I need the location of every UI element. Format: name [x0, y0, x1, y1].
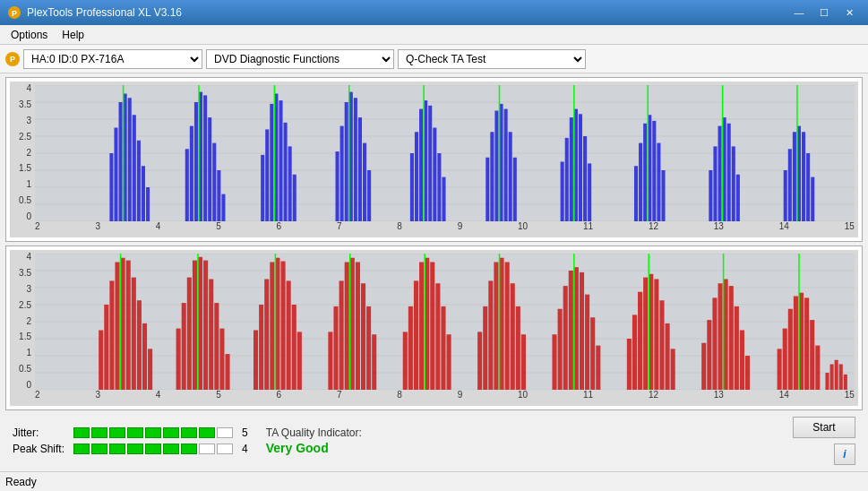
svg-rect-139	[328, 332, 332, 390]
jitter-seg-3	[109, 427, 125, 438]
svg-rect-33	[270, 104, 273, 221]
svg-rect-82	[709, 170, 712, 221]
svg-rect-13	[119, 102, 123, 221]
svg-rect-196	[740, 331, 744, 391]
by-label-15: 1.5	[12, 332, 33, 341]
svg-rect-150	[408, 306, 413, 390]
svg-rect-156	[441, 306, 445, 390]
svg-rect-152	[419, 263, 424, 391]
svg-rect-154	[430, 263, 434, 391]
x-label-6: 6	[277, 221, 282, 236]
y-label-35: 3.5	[12, 99, 33, 109]
svg-rect-206	[815, 346, 820, 390]
svg-rect-50	[415, 132, 418, 221]
svg-rect-74	[634, 166, 638, 221]
jitter-seg-2	[91, 427, 107, 438]
svg-rect-126	[219, 329, 224, 390]
svg-text:P: P	[12, 9, 17, 18]
svg-rect-132	[270, 263, 274, 391]
svg-rect-95	[806, 153, 810, 221]
svg-rect-80	[661, 170, 665, 221]
top-chart-x-labels: 2 3 4 5 6 7 8 9 10 11 12 13 14 15	[35, 221, 855, 236]
top-chart-y-labels: 4 3.5 3 2.5 2 1.5 1 0.5 0	[10, 82, 35, 221]
svg-rect-141	[339, 280, 344, 390]
peakshift-seg-3	[109, 444, 125, 454]
svg-rect-58	[486, 158, 489, 221]
plextor-icon: P	[5, 52, 20, 66]
top-chart-inner: 4 3.5 3 2.5 2 1.5 1 0.5 0	[10, 82, 858, 237]
by-label-2: 2	[12, 316, 33, 326]
bx-label-12: 12	[649, 390, 658, 404]
svg-rect-164	[505, 263, 510, 391]
svg-rect-121	[193, 261, 197, 390]
drive-select[interactable]: HA:0 ID:0 PX-716A	[23, 49, 202, 69]
x-label-12: 12	[649, 221, 658, 236]
svg-rect-135	[287, 280, 291, 390]
close-button[interactable]: ✕	[838, 4, 861, 22]
jitter-row: Jitter: 5	[13, 426, 248, 439]
svg-rect-175	[585, 295, 589, 390]
bx-label-9: 9	[458, 390, 463, 404]
svg-rect-49	[410, 153, 414, 221]
svg-rect-54	[433, 128, 436, 222]
status-bar: Ready	[0, 471, 868, 491]
svg-rect-124	[209, 280, 213, 391]
svg-rect-40	[336, 151, 339, 221]
svg-rect-202	[794, 297, 798, 391]
svg-rect-32	[265, 129, 269, 221]
svg-rect-60	[494, 111, 498, 222]
peakshift-seg-9	[217, 444, 233, 454]
svg-rect-191	[712, 297, 717, 390]
svg-rect-137	[297, 332, 302, 390]
info-button[interactable]: i	[834, 444, 855, 465]
bottom-panel: Jitter: 5 Peak Shift:	[5, 414, 863, 468]
bx-label-10: 10	[518, 390, 528, 404]
svg-rect-109	[109, 280, 114, 390]
svg-rect-35	[279, 100, 282, 221]
svg-rect-120	[187, 278, 192, 390]
x-label-7: 7	[337, 221, 342, 236]
start-button[interactable]: Start	[793, 417, 855, 438]
toolbar: P HA:0 ID:0 PX-716A DVD Diagnostic Funct…	[0, 45, 868, 73]
menu-help[interactable]: Help	[55, 27, 91, 43]
bottom-chart-inner: 4 3.5 3 2.5 2 1.5 1 0.5 0	[10, 250, 858, 406]
svg-rect-146	[366, 306, 371, 390]
svg-rect-167	[521, 334, 526, 390]
svg-rect-76	[643, 124, 647, 221]
by-label-05: 0.5	[12, 364, 33, 374]
svg-rect-208	[825, 373, 829, 390]
bx-label-6: 6	[277, 390, 282, 404]
svg-rect-23	[194, 102, 198, 221]
menu-options[interactable]: Options	[4, 27, 55, 43]
jitter-seg-8	[199, 427, 215, 438]
bx-label-13: 13	[714, 390, 724, 404]
svg-rect-190	[707, 320, 711, 390]
svg-rect-125	[214, 303, 219, 390]
maximize-button[interactable]: ☐	[812, 4, 836, 22]
test-select[interactable]: Q-Check TA Test	[398, 49, 586, 69]
jitter-seg-7	[181, 427, 197, 438]
title-bar: P PlexTools Professional XL V3.16 — ☐ ✕	[0, 0, 868, 25]
svg-rect-130	[259, 305, 263, 390]
svg-rect-59	[490, 132, 494, 221]
svg-rect-92	[793, 132, 796, 221]
top-chart-plot	[35, 85, 855, 221]
svg-rect-116	[148, 349, 152, 390]
svg-rect-180	[632, 314, 637, 390]
svg-rect-194	[729, 286, 734, 390]
y-label-25: 2.5	[12, 132, 33, 142]
function-select[interactable]: DVD Diagnostic Functions	[206, 49, 394, 69]
svg-rect-62	[504, 109, 508, 221]
x-label-4: 4	[156, 221, 161, 236]
svg-rect-21	[185, 149, 189, 221]
peakshift-seg-5	[145, 444, 161, 454]
x-label-5: 5	[216, 221, 221, 236]
svg-rect-151	[414, 280, 418, 390]
ta-quality: TA Quality Indicator: Very Good	[266, 426, 362, 455]
window-title: PlexTools Professional XL V3.16	[27, 6, 182, 19]
svg-rect-169	[552, 334, 556, 390]
peakshift-seg-2	[91, 444, 107, 454]
svg-rect-142	[345, 263, 349, 391]
minimize-button[interactable]: —	[787, 4, 811, 22]
svg-rect-63	[509, 132, 512, 221]
